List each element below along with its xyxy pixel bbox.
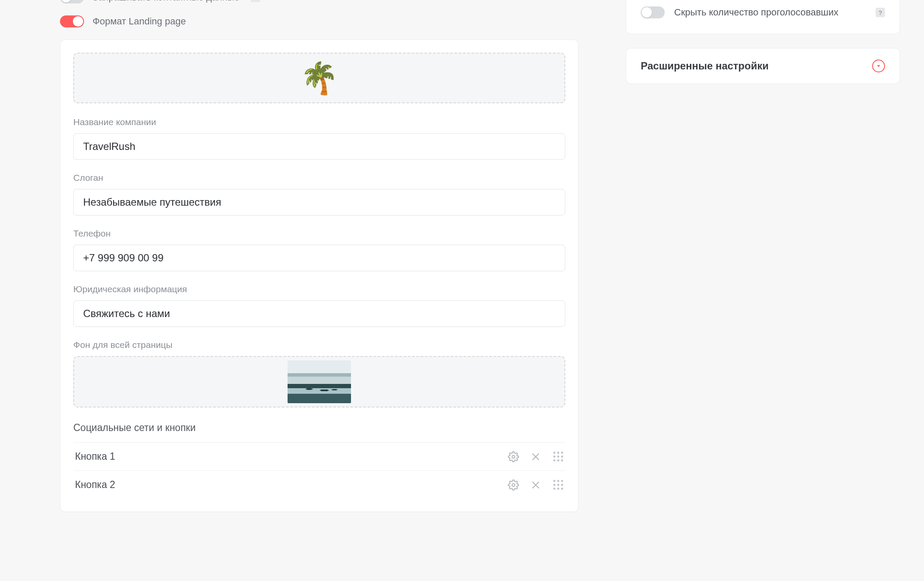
phone-input[interactable] xyxy=(73,245,565,271)
page-bg-dropzone[interactable] xyxy=(73,356,565,407)
svg-point-3 xyxy=(512,483,515,486)
toggle-request-contacts-row: Запрашивать контактные данные ? xyxy=(60,0,579,3)
company-name-input[interactable] xyxy=(73,133,565,160)
toggle-hide-voters-row: Скрыть количество проголосовавших ? xyxy=(641,2,885,23)
chevron-down-icon[interactable] xyxy=(872,60,885,72)
toggle-hide-voters-label: Скрыть количество проголосовавших xyxy=(674,7,864,18)
gear-icon[interactable] xyxy=(508,479,519,491)
help-icon[interactable]: ? xyxy=(876,8,885,17)
legal-label: Юридическая информация xyxy=(73,284,565,294)
toggle-hide-voters[interactable] xyxy=(641,6,665,18)
slogan-label: Слоган xyxy=(73,173,565,183)
button-row-1: Кнопка 1 xyxy=(73,442,565,470)
advanced-settings-card[interactable]: Расширенные настройки xyxy=(626,48,900,84)
legal-input[interactable] xyxy=(73,300,565,327)
button-row-1-name[interactable]: Кнопка 1 xyxy=(75,451,508,462)
toggle-landing-format-label: Формат Landing page xyxy=(93,16,186,27)
page-bg-thumbnail xyxy=(288,360,351,403)
toggle-request-contacts[interactable] xyxy=(60,0,84,3)
drag-handle-icon[interactable] xyxy=(552,451,564,462)
button-row-2: Кнопка 2 xyxy=(73,470,565,499)
advanced-settings-title: Расширенные настройки xyxy=(641,60,768,72)
slogan-input[interactable] xyxy=(73,189,565,216)
right-settings-card: ? Скрыть количество проголосовавших ? xyxy=(626,0,900,34)
gear-icon[interactable] xyxy=(508,451,519,462)
svg-point-0 xyxy=(512,455,515,458)
toggle-landing-format-row: Формат Landing page xyxy=(60,15,579,27)
logo-dropzone[interactable]: 🌴 xyxy=(73,53,565,103)
landing-settings-card: 🌴 Название компании Слоган Телефон Юриди… xyxy=(60,39,579,512)
toggle-request-contacts-label: Запрашивать контактные данные xyxy=(93,0,240,3)
button-row-2-name[interactable]: Кнопка 2 xyxy=(75,479,508,491)
social-buttons-heading: Социальные сети и кнопки xyxy=(73,422,565,434)
drag-handle-icon[interactable] xyxy=(552,479,564,491)
close-icon[interactable] xyxy=(530,451,541,462)
page-bg-label: Фон для всей страницы xyxy=(73,340,565,350)
phone-label: Телефон xyxy=(73,228,565,239)
close-icon[interactable] xyxy=(530,479,541,491)
help-icon[interactable]: ? xyxy=(251,0,260,2)
toggle-landing-format[interactable] xyxy=(60,15,84,27)
palm-icon: 🌴 xyxy=(300,63,339,93)
company-name-label: Название компании xyxy=(73,117,565,127)
